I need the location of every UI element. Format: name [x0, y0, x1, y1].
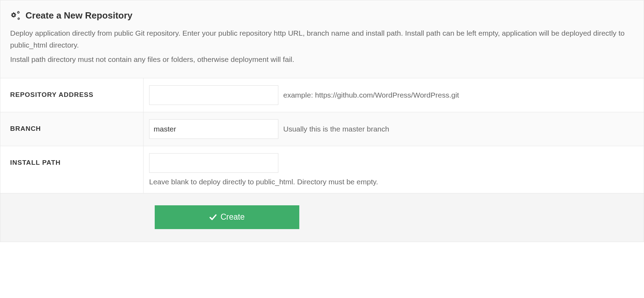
- panel-title: Create a New Repository: [25, 10, 132, 21]
- install-path-input[interactable]: [149, 153, 278, 173]
- form-row-install-path: INSTALL PATH Leave blank to deploy direc…: [0, 146, 644, 193]
- branch-hint: Usually this is the master branch: [283, 125, 389, 133]
- panel-description-1: Deploy application directly from public …: [10, 27, 634, 51]
- branch-input[interactable]: [149, 119, 278, 139]
- repo-hint: example: https://github.com/WordPress/Wo…: [283, 91, 459, 99]
- create-repository-panel: Create a New Repository Deploy applicati…: [0, 0, 644, 242]
- branch-label: BRANCH: [0, 112, 144, 146]
- create-button-label: Create: [220, 212, 244, 222]
- panel-header: Create a New Repository Deploy applicati…: [0, 0, 644, 78]
- form-row-repo: REPOSITORY ADDRESS example: https://gith…: [0, 78, 644, 112]
- install-path-hint: Leave blank to deploy directly to public…: [149, 178, 638, 186]
- gears-icon: [10, 10, 21, 21]
- panel-footer: Create: [0, 193, 644, 242]
- repo-label: REPOSITORY ADDRESS: [0, 78, 144, 112]
- check-icon: [209, 213, 217, 221]
- repo-address-input[interactable]: [149, 85, 278, 105]
- panel-description-2: Install path directory must not contain …: [10, 54, 634, 65]
- install-path-label: INSTALL PATH: [0, 146, 144, 193]
- form-row-branch: BRANCH Usually this is the master branch: [0, 112, 644, 146]
- create-button[interactable]: Create: [155, 205, 299, 229]
